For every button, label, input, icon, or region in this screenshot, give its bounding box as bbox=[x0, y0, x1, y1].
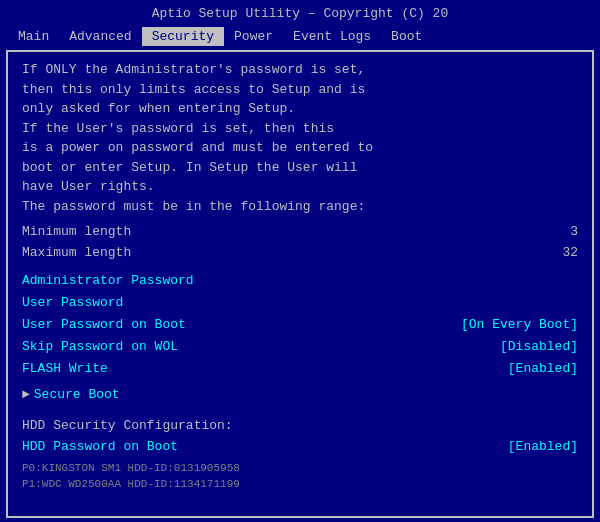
submenu-label[interactable]: Secure Boot bbox=[34, 384, 120, 406]
nav-item-boot[interactable]: Boot bbox=[381, 27, 432, 46]
nav-item-advanced[interactable]: Advanced bbox=[59, 27, 141, 46]
menu-item-row[interactable]: Administrator Password bbox=[22, 270, 578, 292]
hdd-password-row[interactable]: HDD Password on Boot [Enabled] bbox=[22, 439, 578, 454]
field-value: 3 bbox=[570, 222, 578, 243]
field-row: Minimum length3 bbox=[22, 222, 578, 243]
nav-item-main[interactable]: Main bbox=[8, 27, 59, 46]
description-block: If ONLY the Administrator's password is … bbox=[22, 60, 578, 216]
description-line: have User rights. bbox=[22, 177, 578, 197]
menu-item-label: User Password on Boot bbox=[22, 314, 186, 336]
field-value: 32 bbox=[562, 243, 578, 264]
nav-item-event-logs[interactable]: Event Logs bbox=[283, 27, 381, 46]
description-line: boot or enter Setup. In Setup the User w… bbox=[22, 158, 578, 178]
nav-bar: MainAdvancedSecurityPowerEvent LogsBoot bbox=[0, 25, 600, 48]
menu-item-label: FLASH Write bbox=[22, 358, 108, 380]
menu-item-row[interactable]: Skip Password on WOL[Disabled] bbox=[22, 336, 578, 358]
menu-item-row[interactable]: User Password bbox=[22, 292, 578, 314]
menu-item-row[interactable]: User Password on Boot[On Every Boot] bbox=[22, 314, 578, 336]
fields-block: Minimum length3Maximum length32 bbox=[22, 222, 578, 264]
hdd-password-label: HDD Password on Boot bbox=[22, 439, 178, 454]
menu-item-value: [Disabled] bbox=[500, 336, 578, 358]
menu-item-value: [Enabled] bbox=[508, 358, 578, 380]
menu-item-label: Skip Password on WOL bbox=[22, 336, 178, 358]
hdd-section: HDD Security Configuration: HDD Password… bbox=[22, 412, 578, 454]
bios-screen: Aptio Setup Utility – Copyright (C) 20 M… bbox=[0, 0, 600, 522]
content-area: If ONLY the Administrator's password is … bbox=[6, 50, 594, 518]
hdd-info-line: P0:KINGSTON SM1 HDD-ID:0131905958 bbox=[22, 460, 578, 477]
nav-item-security[interactable]: Security bbox=[142, 27, 224, 46]
description-line: If ONLY the Administrator's password is … bbox=[22, 60, 578, 80]
field-label: Maximum length bbox=[22, 243, 131, 264]
description-line: The password must be in the following ra… bbox=[22, 197, 578, 217]
description-line: is a power on password and must be enter… bbox=[22, 138, 578, 158]
menu-item-label: User Password bbox=[22, 292, 123, 314]
description-line: then this only limits access to Setup an… bbox=[22, 80, 578, 100]
submenu-row[interactable]: ► Secure Boot bbox=[22, 384, 578, 406]
description-line: If the User's password is set, then this bbox=[22, 119, 578, 139]
hdd-info-block: P0:KINGSTON SM1 HDD-ID:0131905958P1:WDC … bbox=[22, 460, 578, 493]
title-text: Aptio Setup Utility – Copyright (C) 20 bbox=[152, 6, 448, 21]
field-label: Minimum length bbox=[22, 222, 131, 243]
hdd-password-value: [Enabled] bbox=[508, 439, 578, 454]
menu-item-row[interactable]: FLASH Write[Enabled] bbox=[22, 358, 578, 380]
arrow-icon: ► bbox=[22, 384, 30, 406]
description-line: only asked for when entering Setup. bbox=[22, 99, 578, 119]
menu-items-block: Administrator PasswordUser PasswordUser … bbox=[22, 270, 578, 380]
field-row: Maximum length32 bbox=[22, 243, 578, 264]
menu-item-label: Administrator Password bbox=[22, 270, 194, 292]
nav-item-power[interactable]: Power bbox=[224, 27, 283, 46]
title-bar: Aptio Setup Utility – Copyright (C) 20 bbox=[0, 0, 600, 25]
menu-item-value: [On Every Boot] bbox=[461, 314, 578, 336]
hdd-section-header: HDD Security Configuration: bbox=[22, 416, 578, 437]
hdd-info-line: P1:WDC WD2500AA HDD-ID:1134171199 bbox=[22, 476, 578, 493]
